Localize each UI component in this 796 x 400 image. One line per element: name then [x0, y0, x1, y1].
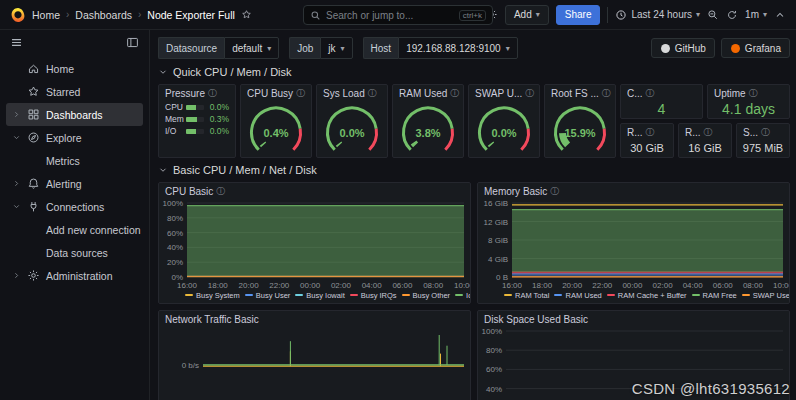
panel-title[interactable]: SWAP U...ⓘ	[469, 85, 539, 100]
favorite-star-icon[interactable]	[241, 9, 252, 20]
add-button[interactable]: Add▾	[505, 5, 549, 25]
chevron-down-icon: ▾	[506, 44, 510, 53]
legend-item[interactable]: RAM Used	[554, 291, 601, 300]
legend-item[interactable]: Busy Other	[402, 291, 451, 300]
grafana-logo[interactable]	[10, 7, 26, 23]
pressure-value: 0.0%	[207, 126, 229, 136]
charts-grid: CPU Basicⓘ 100%80%60%40%20%0%16:0018:002…	[158, 182, 790, 400]
dock-sidebar-icon[interactable]	[126, 36, 139, 49]
svg-text:20%: 20%	[167, 258, 183, 267]
panel-title[interactable]: Memory Basicⓘ	[478, 183, 789, 198]
legend-item[interactable]: RAM Cache + Buffer	[607, 291, 687, 300]
collapse-topbar-chevron-up-icon[interactable]	[774, 9, 786, 21]
grafana-icon	[730, 43, 741, 54]
info-icon[interactable]: ⓘ	[550, 187, 559, 196]
info-icon[interactable]: ⓘ	[749, 89, 758, 98]
svg-text:16:00: 16:00	[502, 281, 523, 290]
refresh-interval-picker[interactable]: 1m ▾	[745, 9, 767, 20]
chevron-down-icon: ▾	[341, 44, 345, 53]
info-icon[interactable]: ⓘ	[761, 128, 770, 137]
sidebar-item-alerting[interactable]: Alerting	[6, 172, 143, 195]
chevron-down-icon: ▾	[536, 10, 540, 19]
zoom-out-icon[interactable]	[707, 9, 719, 21]
variable-label: Host	[363, 37, 399, 59]
panel-title[interactable]: Disk Space Used Basic	[478, 311, 789, 326]
sidebar-item-administration[interactable]: Administration	[6, 264, 143, 287]
info-icon[interactable]: ⓘ	[450, 89, 459, 98]
variable-datasource-select[interactable]: default▾	[224, 37, 279, 59]
sidebar-item-home[interactable]: Home	[6, 57, 143, 80]
plug-icon	[27, 200, 41, 213]
row-quick-cpu-mem-disk[interactable]: Quick CPU / Mem / Disk	[158, 66, 790, 78]
sidebar-item-dashboards[interactable]: Dashboards	[6, 103, 143, 126]
legend-item[interactable]: Idle	[455, 291, 470, 300]
hamburger-menu-icon[interactable]	[10, 36, 23, 49]
info-icon[interactable]: ⓘ	[704, 128, 713, 137]
refresh-icon[interactable]	[726, 9, 738, 21]
info-icon[interactable]: ⓘ	[216, 187, 225, 196]
cpu-busy-gauge: 0.4%	[241, 100, 311, 157]
variable-host-select[interactable]: 192.168.88.128:9100▾	[398, 37, 518, 59]
panel-title[interactable]: S...ⓘ	[737, 124, 789, 139]
sidebar-item-starred[interactable]: Starred	[6, 80, 143, 103]
grafana-link-button[interactable]: Grafana	[721, 38, 790, 58]
search-input[interactable]: Search or jump to... ctrl+k	[303, 5, 493, 25]
info-icon[interactable]: ⓘ	[296, 89, 305, 98]
panel-title[interactable]: Root FS ...ⓘ	[545, 85, 615, 100]
row-basic-cpu-mem-net-disk[interactable]: Basic CPU / Mem / Net / Disk	[158, 164, 790, 176]
svg-text:06:00: 06:00	[392, 281, 413, 290]
variable-label: Job	[289, 37, 320, 59]
sidebar-item-data-sources[interactable]: Data sources	[6, 241, 143, 264]
chevron-right-icon[interactable]	[12, 179, 22, 188]
panel-title[interactable]: CPU Basicⓘ	[159, 183, 470, 198]
breadcrumb-dashboard-title[interactable]: Node Exporter Full	[147, 9, 235, 21]
panel-title[interactable]: Sys Loadⓘ	[317, 85, 387, 100]
svg-text:80%: 80%	[167, 214, 183, 223]
info-icon[interactable]: ⓘ	[208, 89, 217, 98]
panel-title[interactable]: RAM Usedⓘ	[393, 85, 463, 100]
legend-item[interactable]: SWAP Used	[742, 291, 789, 300]
panel-title[interactable]: Network Traffic Basic	[159, 311, 470, 326]
cpu-basic-legend: Busy SystemBusy UserBusy IowaitBusy IRQs…	[159, 290, 470, 303]
legend-item[interactable]: Busy Iowait	[295, 291, 344, 300]
panel-title[interactable]: CPU Busyⓘ	[241, 85, 311, 100]
legend-item[interactable]: Busy IRQs	[350, 291, 397, 300]
sidebar-item-explore[interactable]: Explore	[6, 126, 143, 149]
panel-title[interactable]: Pressureⓘ	[159, 85, 235, 100]
sidebar-item-label: Home	[46, 63, 74, 75]
panel-title[interactable]: C...ⓘ	[621, 85, 702, 100]
share-button[interactable]: Share	[556, 5, 601, 25]
legend-item[interactable]: RAM Total	[504, 291, 549, 300]
svg-text:40%: 40%	[486, 385, 502, 394]
legend-item[interactable]: Busy User	[245, 291, 291, 300]
pressure-label: CPU	[165, 102, 183, 112]
panel-title[interactable]: Uptimeⓘ	[708, 85, 789, 100]
time-range-picker[interactable]: Last 24 hours ▾	[615, 9, 700, 21]
dashboard-variables-bar: Datasource default▾ Job jk▾ Host 192.168…	[158, 36, 790, 60]
quick-panels-row: Pressureⓘ CPU 0.0% Mem 0.3% I/O 0.0% CPU…	[158, 84, 790, 158]
panel-title[interactable]: R...ⓘ	[621, 124, 673, 139]
info-icon[interactable]: ⓘ	[525, 89, 534, 98]
info-icon[interactable]: ⓘ	[602, 89, 611, 98]
sidebar-item-connections[interactable]: Connections	[6, 195, 143, 218]
svg-text:20:00: 20:00	[239, 281, 260, 290]
info-icon[interactable]: ⓘ	[646, 128, 655, 137]
top-navigation-bar: Home › Dashboards › Node Exporter Full S…	[0, 0, 796, 30]
chevron-right-icon[interactable]	[12, 110, 22, 119]
legend-item[interactable]: RAM Free	[692, 291, 737, 300]
sidebar-item-metrics[interactable]: Metrics	[6, 149, 143, 172]
breadcrumb-dashboards[interactable]: Dashboards	[75, 9, 132, 21]
svg-text:08:00: 08:00	[423, 281, 444, 290]
chevron-down-icon[interactable]	[12, 133, 22, 142]
sidebar-item-add-new-connection[interactable]: Add new connection	[6, 218, 143, 241]
chevron-down-icon[interactable]	[12, 202, 22, 211]
panel-title[interactable]: R...ⓘ	[679, 124, 731, 139]
breadcrumb-home[interactable]: Home	[32, 9, 60, 21]
chevron-right-icon[interactable]	[12, 271, 22, 280]
memory-basic-chart: 16 GiB12 GiB8 GiB4 GiB0 B16:0018:0020:00…	[478, 198, 789, 290]
github-link-button[interactable]: GitHub	[651, 38, 715, 58]
variable-job-select[interactable]: jk▾	[320, 37, 352, 59]
info-icon[interactable]: ⓘ	[646, 89, 655, 98]
info-icon[interactable]: ⓘ	[368, 89, 377, 98]
legend-item[interactable]: Busy System	[185, 291, 240, 300]
